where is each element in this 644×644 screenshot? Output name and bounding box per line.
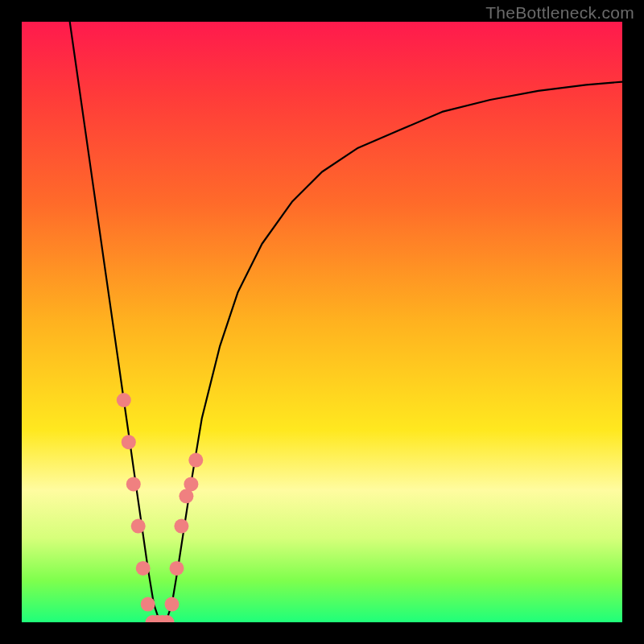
plot-area xyxy=(22,22,622,622)
marker-dot xyxy=(184,477,198,491)
bottleneck-curve xyxy=(70,22,622,622)
marker-dot xyxy=(131,519,146,534)
marker-dot xyxy=(170,561,184,576)
marker-dot xyxy=(174,519,188,534)
chart-svg xyxy=(22,22,622,622)
marker-dot xyxy=(122,435,136,449)
watermark-text: TheBottleneck.com xyxy=(485,3,634,23)
marker-dot xyxy=(165,597,180,612)
marker-dot xyxy=(117,393,131,407)
marker-dots xyxy=(117,393,204,622)
marker-dot xyxy=(188,453,203,468)
marker-dot xyxy=(141,597,155,612)
marker-dot xyxy=(136,561,151,576)
chart-frame: TheBottleneck.com xyxy=(0,0,644,644)
marker-dot xyxy=(126,477,141,491)
